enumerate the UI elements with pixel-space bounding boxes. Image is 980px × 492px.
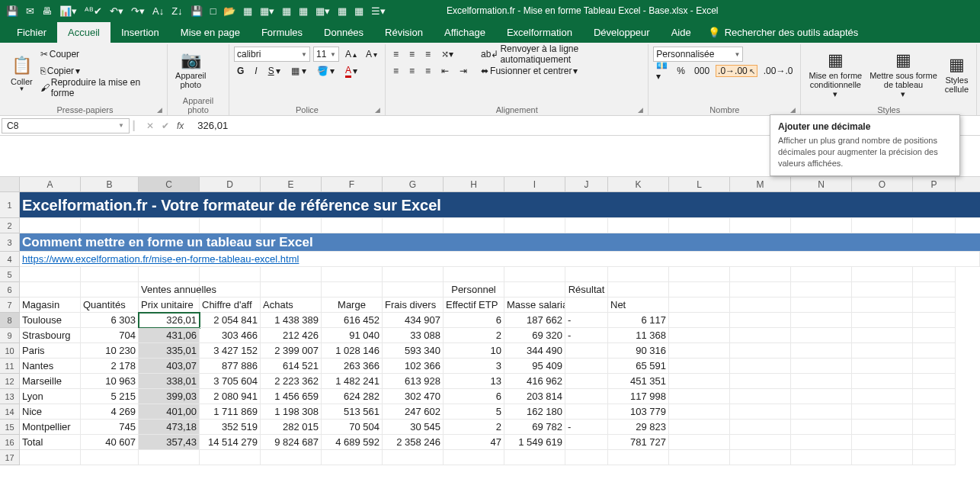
sort-asc-icon[interactable]: A↓ (152, 5, 164, 17)
align-bottom-button[interactable]: ≡ (422, 47, 434, 61)
save-as-icon[interactable]: 💾 (191, 5, 203, 17)
column-header-M[interactable]: M (730, 177, 791, 191)
cell[interactable]: https://www.excelformation.fr/mise-en-fo… (20, 252, 980, 267)
misc4-icon[interactable]: ☰▾ (371, 5, 386, 17)
cell[interactable] (139, 267, 200, 282)
tab-home[interactable]: Accueil (57, 22, 110, 43)
column-header-H[interactable]: H (444, 177, 504, 191)
cell[interactable] (322, 267, 383, 282)
cell[interactable]: 247 602 (383, 404, 444, 420)
italic-button[interactable]: I (251, 64, 260, 78)
cell[interactable] (669, 359, 730, 374)
dialog-launcher-icon[interactable]: ◢ (157, 106, 162, 114)
cell[interactable] (20, 267, 81, 282)
fill-color-button[interactable]: 🪣▾ (314, 64, 338, 78)
tab-excelformation[interactable]: Excelformation (496, 22, 583, 43)
grow-font-button[interactable]: A▴ (342, 47, 360, 61)
cell[interactable]: 10 (444, 343, 504, 359)
cell[interactable]: 1 482 241 (322, 374, 383, 389)
cell[interactable] (322, 218, 383, 233)
cell[interactable]: Résultat (565, 282, 608, 297)
cell[interactable] (730, 328, 791, 343)
cell[interactable] (261, 267, 322, 282)
tab-data[interactable]: Données (313, 22, 374, 43)
cell[interactable]: 90 316 (608, 343, 669, 359)
accounting-button[interactable]: 💶▾ (653, 59, 671, 83)
cell[interactable]: 187 662 (504, 313, 565, 328)
cell[interactable]: Marseille (20, 374, 81, 389)
cell[interactable] (565, 404, 608, 420)
cell[interactable]: 14 514 279 (200, 435, 261, 450)
dialog-launcher-icon[interactable]: ◢ (375, 106, 380, 114)
cell[interactable]: Ventes annuelles (139, 282, 200, 297)
cell[interactable]: 6 303 (81, 313, 139, 328)
cell[interactable]: 69 782 (504, 420, 565, 435)
cell[interactable]: 1 711 869 (200, 404, 261, 420)
cell[interactable] (565, 359, 608, 374)
cell[interactable]: 33 088 (383, 328, 444, 343)
cell[interactable] (852, 404, 913, 420)
column-header-A[interactable]: A (20, 177, 81, 191)
cell[interactable] (852, 450, 913, 465)
cell[interactable] (322, 282, 383, 297)
cell[interactable] (852, 435, 913, 450)
cell[interactable] (730, 435, 791, 450)
column-header-I[interactable]: I (504, 177, 565, 191)
cell[interactable]: 335,01 (139, 343, 200, 359)
mail-icon[interactable]: ✉ (26, 5, 34, 17)
save-icon[interactable]: 💾 (6, 5, 18, 17)
misc1-icon[interactable]: ▦▾ (315, 5, 330, 17)
fx-icon[interactable]: fx (177, 121, 184, 131)
cell[interactable] (383, 282, 444, 297)
column-header-O[interactable]: O (852, 177, 913, 191)
cell[interactable] (913, 267, 956, 282)
cell[interactable] (200, 282, 261, 297)
cell[interactable] (504, 282, 565, 297)
cell[interactable] (200, 267, 261, 282)
cell[interactable]: 5 215 (81, 389, 139, 404)
tell-me-search[interactable]: 💡 Rechercher des outils adaptés (708, 27, 859, 38)
cell[interactable] (852, 389, 913, 404)
cell[interactable] (730, 313, 791, 328)
cell[interactable]: 593 340 (383, 343, 444, 359)
cut-button[interactable]: ✂Couper (37, 47, 82, 61)
cell[interactable] (852, 420, 913, 435)
cell[interactable] (913, 389, 956, 404)
cell[interactable]: 263 366 (322, 359, 383, 374)
camera-button[interactable]: 📷Appareil photo (172, 46, 209, 95)
pivot-icon[interactable]: ▦ (243, 5, 252, 17)
cell-styles-button[interactable]: ▦Styles cellule (942, 46, 972, 104)
cell[interactable]: - (565, 328, 608, 343)
cell[interactable] (791, 404, 852, 420)
font-color-button[interactable]: A▾ (342, 63, 360, 79)
cell[interactable]: 9 824 687 (261, 435, 322, 450)
cell[interactable] (200, 218, 261, 233)
cell[interactable]: 103 779 (608, 404, 669, 420)
column-header-N[interactable]: N (791, 177, 852, 191)
cell[interactable] (913, 374, 956, 389)
format-painter-button[interactable]: 🖌Reproduire la mise en forme (37, 76, 162, 100)
cell[interactable] (730, 218, 791, 233)
cell[interactable] (565, 389, 608, 404)
tab-help[interactable]: Aide (661, 22, 702, 43)
formula-value[interactable]: 326,01 (191, 120, 234, 131)
cell[interactable] (669, 435, 730, 450)
tab-file[interactable]: Fichier (6, 22, 57, 43)
cell[interactable]: 2 223 362 (261, 374, 322, 389)
row-header[interactable]: 12 (0, 374, 20, 389)
name-box[interactable]: C8▼ (2, 118, 130, 133)
cell[interactable]: - (565, 313, 608, 328)
cell[interactable]: 95 409 (504, 359, 565, 374)
cell[interactable]: 282 015 (261, 420, 322, 435)
cell[interactable]: 416 962 (504, 374, 565, 389)
cell[interactable] (730, 404, 791, 420)
cell[interactable]: Personnel (444, 282, 504, 297)
cell[interactable]: 1 198 308 (261, 404, 322, 420)
cell[interactable] (852, 359, 913, 374)
decrease-indent-button[interactable]: ⇤ (438, 64, 452, 78)
cell[interactable] (81, 450, 139, 465)
merge-center-button[interactable]: ⬌ Fusionner et centrer ▾ (478, 64, 581, 78)
cell[interactable]: 745 (81, 420, 139, 435)
cell[interactable] (20, 282, 81, 297)
misc3-icon[interactable]: ▦ (354, 5, 363, 17)
